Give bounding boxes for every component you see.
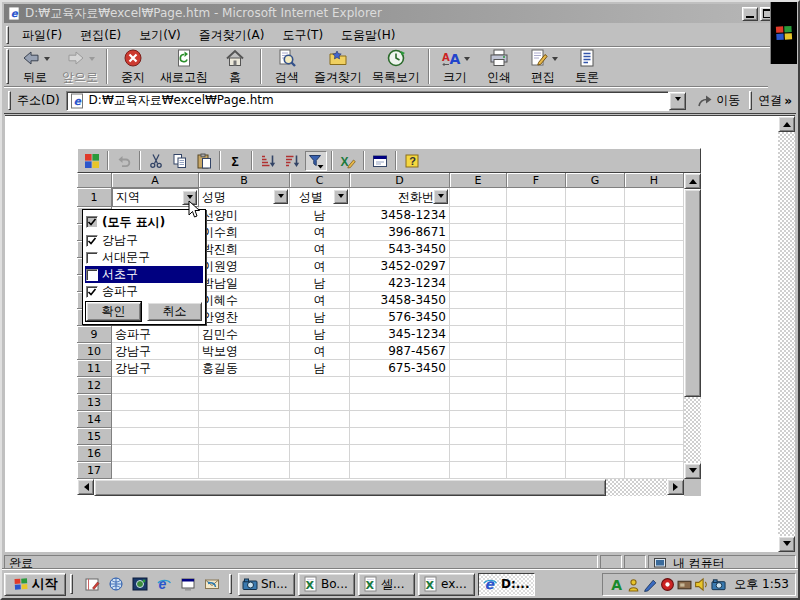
edit-button[interactable]: 편집 [521, 48, 565, 86]
cell-E12[interactable] [450, 377, 507, 394]
task-button-3[interactable]: X셀... [358, 573, 415, 596]
cell-H15[interactable] [625, 428, 684, 445]
cell-D11[interactable]: 675-3450 [350, 360, 450, 377]
cell-F12[interactable] [507, 377, 566, 394]
autosum-button[interactable]: Σ [225, 151, 247, 171]
cell-D6[interactable]: 423-1234 [350, 275, 450, 292]
filter-option-1[interactable]: (모두 표시) [85, 212, 203, 232]
autofilter-button[interactable] [305, 151, 327, 171]
cell-C17[interactable] [290, 462, 350, 479]
cell-D15[interactable] [350, 428, 450, 445]
cell-G17[interactable] [566, 462, 625, 479]
header-cell-C[interactable]: 성별 [290, 188, 350, 207]
cut-button[interactable] [145, 151, 167, 171]
cell-C7[interactable]: 여 [290, 292, 350, 309]
cell-G13[interactable] [566, 394, 625, 411]
back-button[interactable]: 뒤로 [13, 48, 57, 86]
cell-H12[interactable] [625, 377, 684, 394]
cell-H6[interactable] [625, 275, 684, 292]
tasks-grip[interactable] [229, 574, 232, 594]
cell-E7[interactable] [450, 292, 507, 309]
menu-item-1[interactable]: 파일(F) [13, 24, 71, 47]
cell-H7[interactable] [625, 292, 684, 309]
column-header-E[interactable]: E [450, 173, 507, 188]
cell-H2[interactable] [625, 207, 684, 224]
cell-B14[interactable] [199, 411, 290, 428]
cell-B7[interactable]: 이혜수 [199, 292, 290, 309]
column-header-A[interactable]: A [112, 173, 199, 188]
cell-C12[interactable] [290, 377, 350, 394]
menu-item-3[interactable]: 보기(V) [130, 24, 190, 47]
cell-F9[interactable] [507, 326, 566, 343]
filter-option-4[interactable]: 서초구 [85, 266, 203, 283]
header-cell-B[interactable]: 성명 [199, 188, 290, 207]
cell-C4[interactable]: 여 [290, 241, 350, 258]
cell-E6[interactable] [450, 275, 507, 292]
cell-F17[interactable] [507, 462, 566, 479]
ime-pen-icon[interactable] [643, 577, 658, 592]
cell-H13[interactable] [625, 394, 684, 411]
office-logo-button[interactable] [81, 151, 103, 171]
cell-G15[interactable] [566, 428, 625, 445]
cell-C15[interactable] [290, 428, 350, 445]
page-scroll-down-button[interactable] [778, 536, 795, 552]
header-cell-G[interactable] [566, 188, 625, 207]
cell-G8[interactable] [566, 309, 625, 326]
address-dropdown-button[interactable] [669, 92, 686, 110]
header-cell-E[interactable] [450, 188, 507, 207]
row-header-15[interactable]: 15 [77, 428, 112, 445]
cell-G16[interactable] [566, 445, 625, 462]
cell-H16[interactable] [625, 445, 684, 462]
volume-icon[interactable] [694, 577, 709, 592]
cell-B3[interactable]: 이수희 [199, 224, 290, 241]
cell-G2[interactable] [566, 207, 625, 224]
quicklaunch-show-desktop-button[interactable] [178, 574, 198, 594]
cell-G7[interactable] [566, 292, 625, 309]
cell-B9[interactable]: 김민수 [199, 326, 290, 343]
cell-G4[interactable] [566, 241, 625, 258]
filter-dropdown-button-B[interactable] [273, 189, 288, 204]
cell-H3[interactable] [625, 224, 684, 241]
row-header-9[interactable]: 9 [77, 326, 112, 343]
address-grip[interactable] [8, 91, 11, 110]
sort-descending-button[interactable] [281, 151, 303, 171]
copy-button[interactable] [169, 151, 191, 171]
cell-E10[interactable] [450, 343, 507, 360]
quicklaunch-ie-button[interactable]: e [154, 574, 174, 594]
cell-D17[interactable] [350, 462, 450, 479]
cell-F4[interactable] [507, 241, 566, 258]
links-label[interactable]: 연결 [758, 92, 782, 109]
column-header-F[interactable]: F [507, 173, 566, 188]
menu-grip[interactable] [6, 26, 9, 44]
cell-D10[interactable]: 987-4567 [350, 343, 450, 360]
paste-button[interactable] [193, 151, 215, 171]
stop-button[interactable]: 중지 [111, 48, 155, 86]
cell-E9[interactable] [450, 326, 507, 343]
cell-B12[interactable] [199, 377, 290, 394]
header-cell-D[interactable]: 전화번호 [350, 188, 450, 207]
hscroll-track[interactable] [606, 479, 667, 496]
cell-E16[interactable] [450, 445, 507, 462]
cell-H10[interactable] [625, 343, 684, 360]
ime-a-icon[interactable]: A [609, 577, 624, 592]
start-button[interactable]: 시작 [4, 573, 66, 596]
filter-option-3[interactable]: 서대문구 [85, 249, 203, 266]
cell-B6[interactable]: 박남일 [199, 275, 290, 292]
ime-hand-icon[interactable] [626, 577, 641, 592]
cell-B5[interactable]: 이원영 [199, 258, 290, 275]
cell-B4[interactable]: 박진희 [199, 241, 290, 258]
cell-D8[interactable]: 576-3450 [350, 309, 450, 326]
row-header-1[interactable]: 1 [77, 188, 112, 207]
go-button[interactable]: 이동 [690, 90, 747, 112]
row-header-13[interactable]: 13 [77, 394, 112, 411]
row-header-11[interactable]: 11 [77, 360, 112, 377]
cell-A11[interactable]: 강남구 [112, 360, 199, 377]
cell-C3[interactable]: 여 [290, 224, 350, 241]
cell-D14[interactable] [350, 411, 450, 428]
cell-D5[interactable]: 3452-0297 [350, 258, 450, 275]
cell-F10[interactable] [507, 343, 566, 360]
fonts-button[interactable]: AA크기 [433, 48, 477, 86]
help-button[interactable]: ? [401, 151, 423, 171]
cell-B13[interactable] [199, 394, 290, 411]
vscroll-thumb[interactable] [684, 189, 701, 397]
